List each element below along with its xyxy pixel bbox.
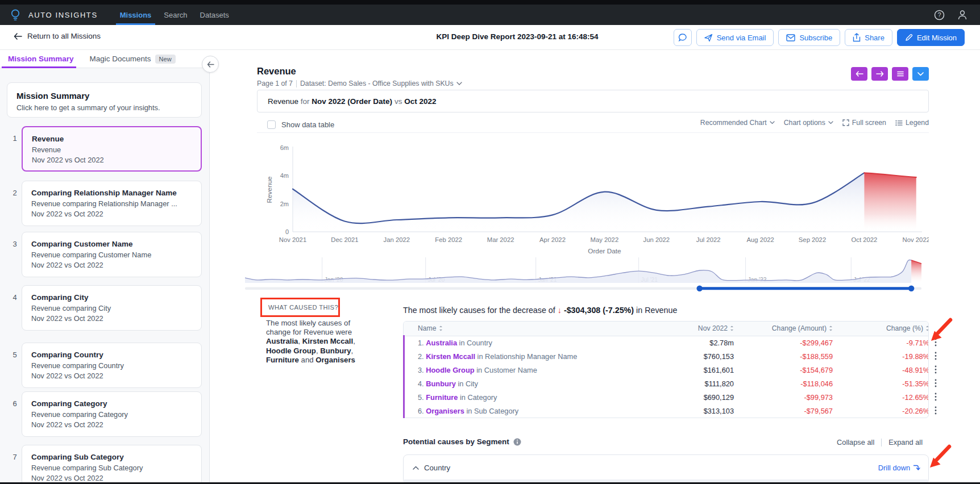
- row-menu-kebab-icon[interactable]: [931, 335, 941, 349]
- row-menu-kebab-icon[interactable]: [931, 349, 941, 362]
- nav-tab-datasets[interactable]: Datasets: [194, 5, 235, 25]
- tab-magic-documents[interactable]: Magic Documents New: [82, 50, 184, 68]
- insight-card-5[interactable]: Comparing CountryRevenue comparing Count…: [22, 343, 202, 388]
- drill-down-icon: [913, 464, 920, 471]
- sort-icon: [730, 326, 734, 331]
- user-icon[interactable]: [957, 10, 967, 20]
- svg-text:?: ?: [937, 11, 941, 18]
- cause-row[interactable]: 6. Organisers in Sub Category$313,103-$7…: [404, 404, 929, 418]
- cause-row[interactable]: 1. Australia in Country$2.78m-$299,467-9…: [404, 336, 929, 349]
- insight-card-3[interactable]: Comparing Customer NameRevenue comparing…: [22, 232, 202, 277]
- app-logo[interactable]: AUTO INSIGHTS: [0, 8, 98, 22]
- cause-row[interactable]: 2. Kirsten Mccall in Relationship Manage…: [404, 349, 929, 363]
- sort-icon: [439, 326, 443, 331]
- column-header-change-pct[interactable]: Change (%): [833, 322, 929, 336]
- mission-summary-card[interactable]: Mission Summary Click here to get a summ…: [7, 82, 202, 118]
- comments-button[interactable]: [674, 29, 692, 46]
- next-page-button[interactable]: [871, 67, 888, 81]
- column-header-change-amount[interactable]: Change (Amount): [734, 322, 833, 336]
- insight-number: 7: [10, 453, 19, 461]
- insight-number: 4: [10, 293, 19, 302]
- legend-icon: [895, 120, 903, 126]
- segment-panel-header[interactable]: Country Drill down: [404, 455, 928, 480]
- nav-tab-search[interactable]: Search: [157, 5, 193, 25]
- insight-card-7[interactable]: Comparing Sub CategoryRevenue comparing …: [22, 445, 202, 484]
- svg-text:Aug 2022: Aug 2022: [746, 236, 774, 243]
- nav-tab-missions[interactable]: Missions: [114, 5, 158, 25]
- cause-row[interactable]: 4. Bunbury in City$111,820-$118,046-51.3…: [404, 377, 929, 390]
- segment-name: Country: [424, 464, 450, 472]
- full-screen-icon: [842, 119, 849, 126]
- report-title: KPI Deep Dive Report 2023-09-21 at 16:48…: [398, 32, 637, 41]
- causes-table: Name Nov 2022 Change (Amount) Change (%)…: [403, 321, 929, 418]
- dataset-selector[interactable]: Dataset: Demo Sales - Office Supplies wi…: [300, 80, 462, 87]
- back-to-missions-link[interactable]: Return to all Missions: [14, 32, 101, 40]
- show-data-table-checkbox[interactable]: [267, 120, 276, 129]
- recommended-chart-dropdown[interactable]: Recommended Chart: [700, 119, 775, 127]
- send-via-email-button[interactable]: Send via Email: [696, 29, 774, 46]
- sidebar-collapse-button[interactable]: [202, 56, 219, 73]
- cause-row[interactable]: 3. Hoodle Group in Customer Name$161,601…: [404, 363, 929, 377]
- segments-section-title: Potential causes by Segment: [403, 437, 521, 446]
- edit-mission-button[interactable]: Edit Mission: [897, 29, 965, 46]
- annotation-arrow-drill-down: [925, 443, 955, 472]
- insight-card-4[interactable]: Comparing CityRevenue comparing CityNov …: [22, 285, 202, 331]
- table-accent-stripe: [403, 335, 405, 418]
- subscribe-button[interactable]: Subscribe: [778, 29, 840, 46]
- collapse-all-button[interactable]: Collapse all: [837, 438, 874, 447]
- show-data-table-label: Show data table: [281, 120, 334, 129]
- insight-card-2[interactable]: Comparing Relationship Manager NameReven…: [22, 181, 202, 226]
- divider: [296, 80, 297, 87]
- prev-page-button[interactable]: [851, 67, 867, 81]
- segment-panel-country: Country Drill down: [403, 454, 929, 484]
- insight-card-6[interactable]: Comparing CategoryRevenue comparing Cate…: [22, 391, 202, 437]
- cause-row[interactable]: 5. Furniture in Category$690,129-$99,973…: [404, 390, 929, 404]
- svg-text:Revenue: Revenue: [265, 176, 273, 203]
- insight-subtitle: Revenue for Nov 2022 (Order Date) vs Oct…: [257, 90, 929, 112]
- row-menu-kebab-icon[interactable]: [931, 376, 941, 390]
- insight-card-1[interactable]: RevenueRevenueNov 2022 vs Oct 2022: [22, 126, 202, 172]
- timeline-scrubber[interactable]: Jan '20Jul '20Jan '21Jul '21Jan '22Jul '…: [243, 256, 923, 295]
- nav-tabs: Missions Search Datasets: [114, 5, 235, 25]
- tab-mission-summary[interactable]: Mission Summary: [0, 50, 82, 68]
- svg-text:Mar 2022: Mar 2022: [487, 236, 514, 243]
- sort-icon: [925, 326, 929, 331]
- drill-down-button[interactable]: Drill down: [878, 464, 920, 472]
- row-menu-kebab-icon[interactable]: [931, 403, 941, 417]
- timeline-selection[interactable]: [696, 286, 914, 291]
- paper-plane-icon: [704, 34, 713, 42]
- full-screen-button[interactable]: Full screen: [842, 119, 886, 127]
- pencil-icon: [905, 34, 913, 41]
- page-menu-button[interactable]: [892, 67, 908, 81]
- expand-all-button[interactable]: Expand all: [888, 438, 923, 447]
- page-meta: Page 1 of 7 Dataset: Demo Sales - Office…: [257, 80, 462, 87]
- top-nav: AUTO INSIGHTS Missions Search Datasets ?: [0, 5, 980, 25]
- sidebar-tabs: Mission Summary Magic Documents New: [0, 50, 210, 68]
- share-icon: [853, 33, 861, 42]
- chevron-down-icon: [828, 121, 833, 124]
- chevron-up-icon: [413, 466, 419, 470]
- chart-options-dropdown[interactable]: Chart options: [784, 119, 833, 127]
- legend-button[interactable]: Legend: [895, 119, 929, 127]
- insight-number: 2: [10, 189, 19, 197]
- revenue-chart: Nov 2021Dec 2021Jan 2022Feb 2022Mar 2022…: [260, 142, 929, 260]
- help-icon[interactable]: ?: [934, 10, 945, 20]
- info-icon[interactable]: [513, 438, 521, 446]
- new-badge: New: [155, 55, 176, 64]
- header-buttons: Send via Email Subscribe Share Edit Miss…: [674, 29, 965, 46]
- svg-text:May 2022: May 2022: [591, 236, 619, 243]
- divider: [881, 439, 882, 447]
- lightbulb-icon: [9, 8, 22, 22]
- causes-heading: The most likely causes for the decrease …: [403, 306, 677, 315]
- expand-options-button[interactable]: [912, 67, 929, 81]
- column-header-nov-2022[interactable]: Nov 2022: [660, 322, 734, 336]
- row-menu-kebab-icon[interactable]: [931, 362, 941, 376]
- svg-text:Jul 2022: Jul 2022: [696, 236, 721, 243]
- sidebar: Mission Summary Magic Documents New Miss…: [0, 50, 210, 484]
- chart-controls: Recommended Chart Chart options Full scr…: [700, 119, 929, 127]
- row-menu-kebab-icon[interactable]: [931, 390, 941, 403]
- chat-bubble-icon: [678, 33, 687, 42]
- column-header-name[interactable]: Name: [404, 322, 660, 336]
- annotation-red-box: WHAT CAUSED THIS?: [260, 298, 340, 317]
- share-button[interactable]: Share: [845, 29, 892, 46]
